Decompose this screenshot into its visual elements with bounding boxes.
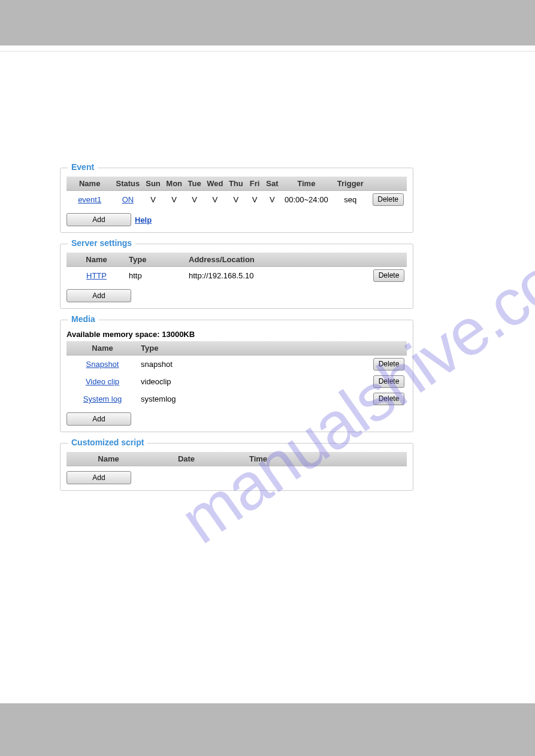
script-add-button[interactable]: Add — [67, 471, 131, 484]
server-legend: Server settings — [68, 238, 135, 248]
media-name-link[interactable]: System log — [83, 394, 122, 403]
media-row: System log systemlog Delete — [67, 390, 407, 408]
media-name-link[interactable]: Video clip — [86, 377, 119, 386]
rule — [0, 51, 535, 51]
event-fieldset: Event Name Status Sun Mon Tue Wed Thu Fr… — [60, 168, 413, 233]
event-table: Name Status Sun Mon Tue Wed Thu Fri Sat … — [67, 177, 407, 208]
event-legend: Event — [68, 162, 98, 172]
media-type: systemlog — [138, 390, 210, 408]
script-fieldset: Customized script Name Date Time Add — [60, 443, 413, 491]
server-th-name: Name — [67, 253, 126, 267]
event-delete-button[interactable]: Delete — [373, 193, 404, 206]
server-type: http — [126, 267, 186, 285]
server-name-link[interactable]: HTTP — [86, 271, 107, 280]
media-type: videoclip — [138, 373, 210, 390]
event-mon: V — [164, 191, 185, 209]
event-add-button[interactable]: Add — [67, 213, 131, 226]
event-fri: V — [246, 191, 263, 209]
media-legend: Media — [68, 314, 99, 324]
media-row: Video clip videoclip Delete — [67, 373, 407, 390]
top-bar — [0, 0, 535, 45]
media-delete-button[interactable]: Delete — [373, 358, 404, 371]
event-th-mon: Mon — [164, 177, 185, 191]
content: Event Name Status Sun Mon Tue Wed Thu Fr… — [60, 168, 413, 502]
server-table: Name Type Address/Location HTTP http htt… — [67, 253, 407, 284]
media-add-button[interactable]: Add — [67, 412, 131, 426]
event-sat: V — [264, 191, 282, 209]
event-time: 00:00~24:00 — [281, 191, 331, 209]
script-legend: Customized script — [68, 438, 147, 447]
server-add-button[interactable]: Add — [67, 289, 131, 302]
event-th-sat: Sat — [264, 177, 282, 191]
media-th-type: Type — [138, 341, 210, 356]
event-wed: V — [204, 191, 226, 209]
media-type: snapshot — [138, 356, 210, 374]
script-th-name: Name — [67, 452, 150, 466]
media-th-name: Name — [67, 341, 138, 356]
server-delete-button[interactable]: Delete — [373, 269, 404, 282]
media-row: Snapshot snapshot Delete — [67, 356, 407, 374]
server-th-type: Type — [126, 253, 186, 267]
event-trigger: seq — [331, 191, 369, 209]
script-th-time: Time — [222, 452, 294, 466]
script-th-date: Date — [150, 452, 222, 466]
event-th-time: Time — [281, 177, 331, 191]
event-sun: V — [143, 191, 164, 209]
media-fieldset: Media Available memory space: 13000KB Na… — [60, 320, 413, 432]
event-thu: V — [226, 191, 246, 209]
server-th-address: Address/Location — [186, 253, 371, 267]
event-th-wed: Wed — [204, 177, 226, 191]
media-delete-button[interactable]: Delete — [373, 375, 404, 388]
event-row: event1 ON V V V V V V V 00:00~24:00 seq … — [67, 191, 407, 209]
media-table: Name Type Snapshot snapshot Delete Video… — [67, 341, 407, 408]
event-th-tue: Tue — [185, 177, 204, 191]
event-th-name: Name — [67, 177, 113, 191]
server-fieldset: Server settings Name Type Address/Locati… — [60, 244, 413, 309]
server-address: http://192.168.5.10 — [186, 267, 371, 285]
event-tue: V — [185, 191, 204, 209]
event-name-link[interactable]: event1 — [78, 195, 101, 204]
bottom-bar — [0, 703, 535, 756]
media-name-link[interactable]: Snapshot — [86, 360, 119, 369]
event-th-fri: Fri — [246, 177, 263, 191]
event-th-trigger: Trigger — [331, 177, 369, 191]
script-table: Name Date Time — [67, 452, 407, 466]
media-memspace: Available memory space: 13000KB — [67, 330, 407, 339]
media-delete-button[interactable]: Delete — [373, 393, 404, 405]
server-row: HTTP http http://192.168.5.10 Delete — [67, 267, 407, 285]
event-th-status: Status — [113, 177, 143, 191]
event-status-link[interactable]: ON — [122, 195, 134, 204]
event-th-sun: Sun — [143, 177, 164, 191]
event-th-thu: Thu — [226, 177, 246, 191]
help-link[interactable]: Help — [135, 215, 152, 224]
